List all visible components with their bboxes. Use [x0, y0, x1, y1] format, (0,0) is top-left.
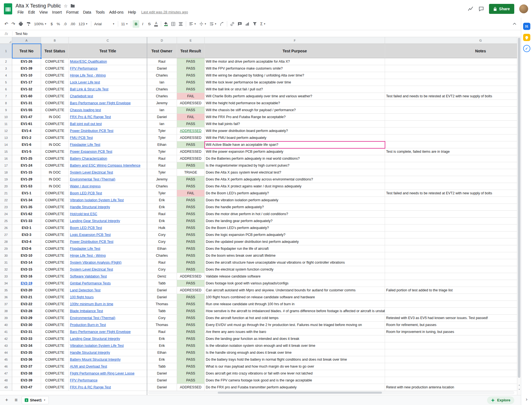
fill-color-button[interactable]	[163, 20, 169, 28]
cell-notes[interactable]	[385, 370, 517, 377]
header-cell-test-purpose[interactable]: Test Purpose	[205, 44, 385, 58]
scroll-up-arrow[interactable]: ▲	[517, 383, 521, 387]
cell-test-result[interactable]: PASS	[177, 377, 205, 384]
cell-test-owner[interactable]: Daniel	[147, 377, 177, 384]
cell-test-owner[interactable]: Daniel	[147, 65, 177, 72]
cell-test-title[interactable]: Battery and ESC Wiring Compass Interefen…	[69, 162, 147, 169]
cell-test-owner[interactable]: Hulk	[147, 225, 177, 231]
row-header-2[interactable]: 2	[0, 58, 12, 65]
cell-notes[interactable]	[385, 259, 517, 266]
cell-notes[interactable]	[385, 377, 517, 384]
cell-test-result[interactable]: PASS	[177, 238, 205, 245]
test-title-link[interactable]: Boom LED PCB Test	[70, 191, 102, 195]
cell-test-owner[interactable]: Daniel	[147, 294, 177, 301]
cell-notes[interactable]	[385, 128, 517, 134]
cell-test-owner[interactable]: Daniel	[147, 370, 177, 377]
cell-test-no[interactable]: EV2-29	[12, 315, 41, 322]
cell-test-result[interactable]: PASS	[177, 121, 205, 128]
cell-test-purpose[interactable]: Do the FRX pro and Futaba transmitter pe…	[205, 384, 385, 391]
cell-notes[interactable]	[385, 121, 517, 128]
test-title-link[interactable]: Chassis loading test	[70, 108, 101, 112]
cell-test-title[interactable]: Power Distribution PCB Test	[69, 128, 147, 134]
cell-test-purpose[interactable]: Will the lock lever performance be accep…	[205, 79, 385, 86]
header-cell-test-result[interactable]: Test Result	[177, 44, 205, 58]
cell-test-result[interactable]: PASS	[177, 342, 205, 349]
cell-test-purpose[interactable]: Do the Boom LED's perform adequately?	[205, 225, 385, 231]
row-header-40[interactable]: 40	[0, 322, 12, 328]
cell-test-no[interactable]: EV2-6	[12, 245, 41, 252]
cell-test-result[interactable]: ADDRESSED	[177, 155, 205, 162]
cell-test-purpose[interactable]: Is the magnetometer impacted by high cur…	[205, 162, 385, 169]
test-title-link[interactable]: Power Expansion PCB Test	[70, 150, 112, 154]
cell-test-title[interactable]: 100 flight hours	[69, 294, 147, 301]
cell-test-status[interactable]: COMPLETE	[41, 322, 69, 328]
star-icon[interactable]: ☆	[64, 3, 68, 9]
cell-test-purpose[interactable]: Does footage look good with various payl…	[205, 280, 385, 287]
cell-test-status[interactable]: COMPLETE	[41, 308, 69, 315]
cell-test-status[interactable]: COMPLETE	[41, 211, 69, 218]
cell-test-owner[interactable]: Cory	[147, 315, 177, 322]
cell-test-owner[interactable]: Jeremy	[147, 176, 177, 183]
cell-test-no[interactable]: EV2-21	[12, 294, 41, 301]
cell-test-status[interactable]: COMPLETE	[41, 252, 69, 259]
cell-test-result[interactable]: PASS	[177, 301, 205, 308]
cell-test-result[interactable]: PASS	[177, 107, 205, 114]
cell-test-purpose[interactable]: Does the aircraft function at hot and co…	[205, 315, 385, 322]
cell-test-title[interactable]: Land Detection Test	[69, 287, 147, 294]
cell-test-result[interactable]: PASS	[177, 231, 205, 238]
row-header-16[interactable]: 16	[0, 155, 12, 162]
column-header-B[interactable]: B	[41, 37, 69, 44]
decrease-decimal-button[interactable]: .0	[62, 20, 68, 28]
print-button[interactable]	[17, 20, 25, 28]
cell-test-purpose[interactable]: Does the aircraft structure have unaccep…	[205, 259, 385, 266]
header-cell-test-status[interactable]: Test Status	[41, 44, 69, 58]
cell-notes[interactable]	[385, 162, 517, 169]
cell-notes[interactable]	[385, 79, 517, 86]
cell-test-purpose[interactable]: Will the power expansion PCB perform ade…	[205, 148, 385, 155]
cell-test-owner[interactable]: Erik	[147, 218, 177, 225]
test-title-link[interactable]: Battery and ESC Wiring Compass Interefen…	[70, 164, 140, 167]
cell-test-title[interactable]: Production Burn-in Test	[69, 322, 147, 328]
cell-test-result[interactable]: PASS	[177, 322, 205, 328]
cell-test-owner[interactable]: Charles	[147, 183, 177, 190]
cell-test-result[interactable]: FAIL	[177, 190, 205, 197]
menu-view[interactable]: View	[37, 9, 50, 15]
cell-test-owner[interactable]: Deniz	[147, 273, 177, 280]
scroll-down-arrow[interactable]: ▼	[517, 387, 521, 391]
test-title-link[interactable]: Landing Gear Structural Integrity	[70, 219, 120, 223]
share-button[interactable]: Share	[489, 4, 514, 14]
row-header-28[interactable]: 28	[0, 238, 12, 245]
cell-test-status[interactable]: COMPLETE	[41, 58, 69, 65]
horizontal-scrollbar[interactable]	[148, 391, 514, 394]
cell-test-title[interactable]: Handle Structural Integrity	[69, 349, 147, 356]
cell-test-no[interactable]: EV2-38	[12, 370, 41, 377]
cell-test-status[interactable]: COMPLETE	[41, 377, 69, 384]
row-header-20[interactable]: 20	[0, 183, 12, 190]
row-header-39[interactable]: 39	[0, 315, 12, 322]
keep-icon[interactable]	[523, 34, 530, 41]
filter-button[interactable]	[251, 20, 259, 28]
cell-test-result[interactable]: PASS	[177, 328, 205, 335]
cell-test-no[interactable]: EV2-16	[12, 273, 41, 280]
cell-test-title[interactable]: FPV Performance	[69, 65, 147, 72]
cell-test-no[interactable]: EV1-1	[12, 190, 41, 197]
row-header-11[interactable]: 11	[0, 121, 12, 128]
cell-test-title[interactable]: Ball Link & Strut Life Test	[69, 86, 147, 93]
bold-button[interactable]: B	[133, 20, 139, 28]
cell-notes[interactable]	[385, 342, 517, 349]
cell-test-title[interactable]: Hot/cold test ESC	[69, 211, 147, 218]
test-title-link[interactable]: Software Validation Test	[70, 274, 107, 278]
cell-notes[interactable]	[385, 211, 517, 218]
test-title-link[interactable]: FRX Pro & RC Range Test	[70, 385, 111, 389]
zoom-select[interactable]: 100%▼	[32, 20, 48, 28]
cell-test-result[interactable]: PASS	[177, 308, 205, 315]
test-title-link[interactable]: Vibration Isolation System Life Test	[70, 344, 124, 348]
cell-test-purpose[interactable]: Will Charlie Bolts perform adequately ov…	[205, 93, 385, 100]
cell-test-purpose[interactable]: Will the wiring be damaged by folding / …	[205, 72, 385, 79]
row-header-18[interactable]: 18	[0, 169, 12, 176]
tasks-icon[interactable]: ✓	[523, 45, 530, 52]
cell-test-purpose[interactable]: Does the updated power distribution test…	[205, 238, 385, 245]
test-no-link[interactable]: EV2-19	[21, 281, 32, 285]
cell-test-status[interactable]: COMPLETE	[41, 280, 69, 287]
cell-test-title[interactable]: Flight Performance with Ring Lever Loose	[69, 370, 147, 377]
